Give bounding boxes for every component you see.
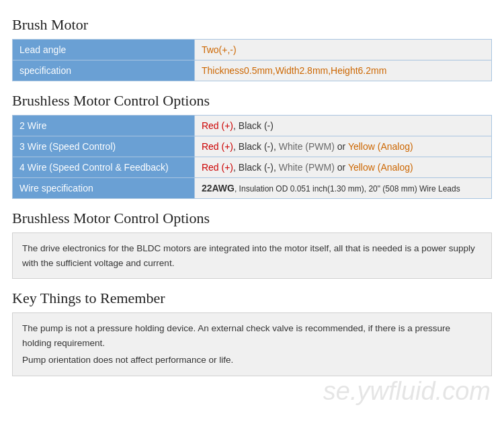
lead-angle-label: Lead angle bbox=[13, 40, 195, 60]
wire-spec-label: Wire specification bbox=[13, 178, 195, 199]
key-things-title: Key Things to Remember bbox=[12, 290, 492, 307]
key-things-description: The pump is not a pressure holding devic… bbox=[12, 312, 492, 376]
specification-label: specification bbox=[13, 60, 195, 81]
brushless-motor-title-2: Brushless Motor Control Options bbox=[12, 210, 492, 227]
table-row: 2 Wire Red (+), Black (-) bbox=[13, 116, 492, 136]
4wire-value: Red (+), Black (-), White (PWM) or Yello… bbox=[194, 157, 491, 178]
table-row: 4 Wire (Speed Control & Feedback) Red (+… bbox=[13, 157, 492, 178]
table-row: specification Thickness0.5mm,Width2.8mm,… bbox=[13, 60, 492, 81]
wire-spec-value: 22AWG, Insulation OD 0.051 inch(1.30 mm)… bbox=[194, 178, 491, 199]
3wire-value: Red (+), Black (-), White (PWM) or Yello… bbox=[194, 136, 491, 157]
table-row: Lead angle Two(+,-) bbox=[13, 40, 492, 60]
table-row: 3 Wire (Speed Control) Red (+), Black (-… bbox=[13, 136, 492, 157]
2wire-label: 2 Wire bbox=[13, 116, 195, 136]
specification-value: Thickness0.5mm,Width2.8mm,Height6.2mm bbox=[194, 60, 491, 81]
brush-motor-title: Brush Motor bbox=[12, 16, 492, 34]
3wire-label: 3 Wire (Speed Control) bbox=[13, 136, 195, 157]
table-row: Wire specification 22AWG, Insulation OD … bbox=[13, 178, 492, 199]
2wire-value: Red (+), Black (-) bbox=[194, 116, 491, 136]
brushless-motor-description: The drive electronics for the BLDC motor… bbox=[12, 232, 492, 279]
4wire-label: 4 Wire (Speed Control & Feedback) bbox=[13, 157, 195, 178]
brushless-motor-title-1: Brushless Motor Control Options bbox=[12, 92, 492, 110]
brush-motor-table: Lead angle Two(+,-) specification Thickn… bbox=[12, 39, 492, 81]
brushless-motor-table: 2 Wire Red (+), Black (-) 3 Wire (Speed … bbox=[12, 115, 492, 199]
key-things-line-2: Pump orientation does not affect perform… bbox=[22, 353, 482, 368]
lead-angle-value: Two(+,-) bbox=[194, 40, 491, 60]
key-things-line-1: The pump is not a pressure holding devic… bbox=[22, 321, 482, 350]
